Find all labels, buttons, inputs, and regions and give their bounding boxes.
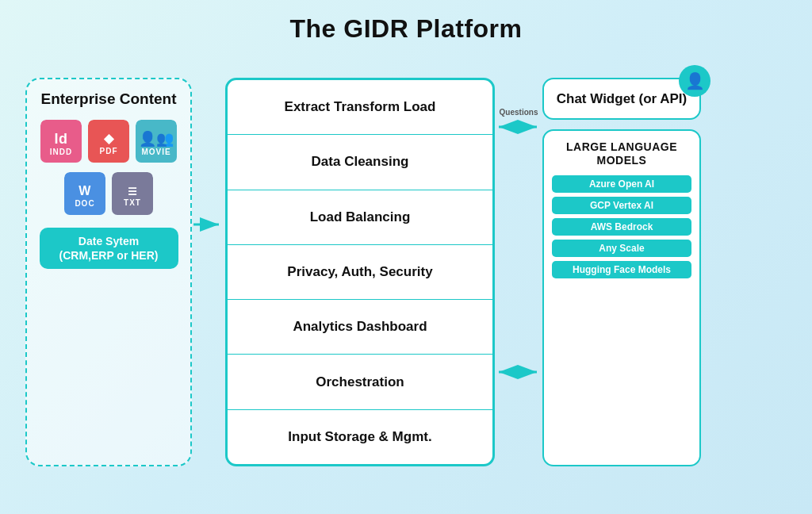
llm-tag-anyscale: Any Scale: [552, 240, 691, 257]
questions-label: Questions: [500, 108, 538, 117]
llm-title: LARGE LANGUAGE MODELS: [552, 140, 691, 167]
file-icons-row1: Id INDD ◆ PDF 👤👥 MOVIE: [40, 120, 177, 166]
middle-item-storage: Input Storage & Mgmt.: [228, 410, 492, 464]
indd-icon: Id INDD: [40, 120, 82, 166]
pdf-icon: ◆ PDF: [88, 120, 129, 166]
doc-icon: W DOC: [64, 172, 105, 218]
movie-icon: 👤👥 MOVIE: [136, 120, 177, 166]
diagram-container: Enterprise Content Id INDD ◆ PDF 👤👥 MOVI…: [25, 58, 787, 486]
chat-avatar-icon: 👤: [679, 65, 710, 97]
middle-item-loadbalancing: Load Balancing: [228, 190, 492, 245]
arrow-middle-to-right-container: Questions: [495, 78, 542, 466]
middle-item-analytics: Analytics Dashboard: [228, 300, 492, 355]
llm-tag-aws: AWS Bedrock: [552, 218, 691, 236]
middle-item-orchestration: Orchestration: [228, 355, 492, 409]
answers-arrow-group: [495, 363, 542, 381]
questions-arrow-group: Questions: [495, 108, 542, 136]
chat-widget-title: Chat Widget (or API): [552, 90, 691, 107]
file-icons-row2: W DOC ☰ TXT: [64, 172, 153, 218]
questions-arrow-icon: [496, 118, 542, 136]
date-system-box: Date Sytem (CRM,ERP or HER): [40, 228, 178, 269]
llm-tag-gcp: GCP Vertex AI: [552, 197, 691, 214]
arrow-left-to-middle: [192, 213, 225, 236]
llm-box: LARGE LANGUAGE MODELS Azure Open AI GCP …: [542, 129, 701, 466]
llm-tag-huggingface: Hugging Face Models: [552, 261, 691, 278]
right-column: 👤 Chat Widget (or API) LARGE LANGUAGE MO…: [542, 78, 701, 466]
middle-item-etl: Extract Transform Load: [228, 80, 492, 135]
llm-tag-azure: Azure Open AI: [552, 175, 691, 193]
answers-arrow-icon: [496, 363, 542, 381]
left-column: Enterprise Content Id INDD ◆ PDF 👤👥 MOVI…: [25, 78, 192, 466]
txt-icon: ☰ TXT: [112, 172, 153, 218]
arrow-right-icon: [192, 213, 225, 236]
middle-column: Extract Transform Load Data Cleansing Lo…: [225, 78, 495, 466]
chat-widget-box: 👤 Chat Widget (or API): [542, 78, 701, 120]
page-title: The GIDR Platform: [290, 14, 523, 44]
middle-item-cleansing: Data Cleansing: [228, 135, 492, 190]
enterprise-content-title: Enterprise Content: [40, 90, 176, 109]
middle-item-privacy: Privacy, Auth, Security: [228, 245, 492, 300]
